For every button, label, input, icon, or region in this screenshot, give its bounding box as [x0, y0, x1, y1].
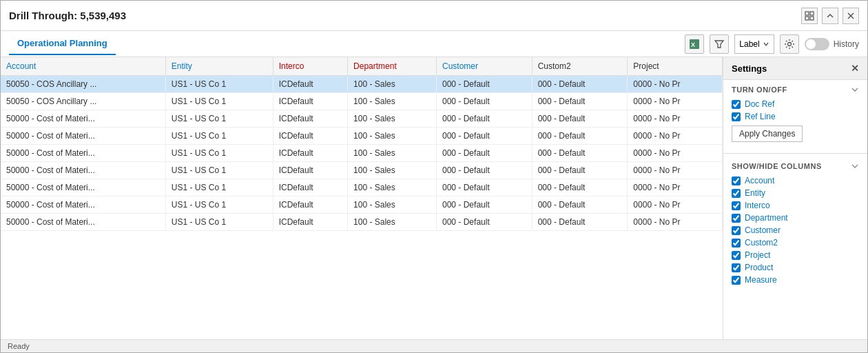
columns-checkboxes: AccountEntityIntercoDepartmentCustomerCu… [732, 174, 859, 286]
cell-department: 100 - Sales [348, 162, 437, 179]
show-hide-measure-label[interactable]: Measure [745, 275, 777, 285]
show-hide-department-checkbox[interactable] [732, 214, 741, 223]
svg-rect-0 [805, 12, 809, 15]
cell-department: 100 - Sales [348, 76, 437, 93]
settings-title: Settings [732, 63, 767, 74]
cell-department: 100 - Sales [348, 110, 437, 128]
grid-view-button[interactable] [801, 8, 818, 24]
cell-department: 100 - Sales [348, 128, 437, 145]
table-row[interactable]: 50000 - Cost of Materi...US1 - US Co 1IC… [1, 196, 723, 214]
show-hide-account-checkbox[interactable] [732, 176, 741, 185]
cell-entity: US1 - US Co 1 [165, 214, 273, 231]
show-hide-interco-label[interactable]: Interco [745, 201, 770, 210]
ref-line-checkbox[interactable] [732, 112, 741, 121]
show-hide-product-checkbox[interactable] [732, 263, 741, 272]
table-container[interactable]: Account Entity Interco Department Custom… [1, 57, 723, 339]
show-hide-custom2-checkbox[interactable] [732, 239, 741, 248]
table-row[interactable]: 50000 - Cost of Materi...US1 - US Co 1IC… [1, 110, 723, 128]
collapse-columns-icon[interactable] [851, 162, 859, 170]
show-hide-project-item: Project [732, 249, 859, 261]
show-hide-project-checkbox[interactable] [732, 251, 741, 260]
cell-account: 50000 - Cost of Materi... [1, 145, 165, 162]
svg-marker-8 [715, 41, 723, 48]
label-dropdown[interactable]: Label [734, 34, 774, 54]
excel-export-button[interactable]: X [685, 34, 704, 54]
show-hide-entity-item: Entity [732, 187, 859, 199]
col-header-account[interactable]: Account [1, 57, 165, 76]
apply-changes-button[interactable]: Apply Changes [732, 125, 803, 142]
show-hide-department-label[interactable]: Department [745, 213, 788, 223]
col-header-project[interactable]: Project [628, 57, 723, 76]
svg-rect-2 [805, 17, 809, 20]
table-row[interactable]: 50050 - COS Ancillary ...US1 - US Co 1IC… [1, 93, 723, 110]
table-row[interactable]: 50000 - Cost of Materi...US1 - US Co 1IC… [1, 128, 723, 145]
cell-interco: ICDefault [273, 128, 347, 145]
collapse-button[interactable] [822, 8, 838, 24]
svg-point-9 [787, 42, 791, 46]
cell-project: 0000 - No Pr [628, 145, 723, 162]
cell-department: 100 - Sales [348, 93, 437, 110]
show-hide-measure-item: Measure [732, 274, 859, 286]
show-hide-measure-checkbox[interactable] [732, 276, 741, 285]
cell-project: 0000 - No Pr [628, 110, 723, 128]
show-hide-product-label[interactable]: Product [745, 263, 773, 272]
show-hide-customer-item: Customer [732, 224, 859, 236]
table-row[interactable]: 50000 - Cost of Materi...US1 - US Co 1IC… [1, 162, 723, 179]
cell-custom2: 000 - Default [532, 196, 628, 214]
cell-customer: 000 - Default [437, 196, 533, 214]
show-hide-entity-label[interactable]: Entity [745, 188, 765, 198]
table-row[interactable]: 50050 - COS Ancillary ...US1 - US Co 1IC… [1, 76, 723, 93]
cell-customer: 000 - Default [437, 110, 533, 128]
table-row[interactable]: 50000 - Cost of Materi...US1 - US Co 1IC… [1, 214, 723, 231]
cell-entity: US1 - US Co 1 [165, 145, 273, 162]
cell-interco: ICDefault [273, 76, 347, 93]
cell-account: 50000 - Cost of Materi... [1, 214, 165, 231]
show-hide-project-label[interactable]: Project [745, 250, 770, 260]
main-content: Account Entity Interco Department Custom… [1, 57, 867, 339]
table-row[interactable]: 50000 - Cost of Materi...US1 - US Co 1IC… [1, 179, 723, 196]
col-header-custom2[interactable]: Custom2 [532, 57, 628, 76]
main-window: Drill Through: 5,539,493 [0, 0, 868, 353]
cell-project: 0000 - No Pr [628, 214, 723, 231]
cell-custom2: 000 - Default [532, 162, 628, 179]
cell-entity: US1 - US Co 1 [165, 93, 273, 110]
show-hide-interco-item: Interco [732, 199, 859, 212]
table-row[interactable]: 50000 - Cost of Materi...US1 - US Co 1IC… [1, 145, 723, 162]
col-header-entity[interactable]: Entity [165, 57, 273, 76]
table-body: 50050 - COS Ancillary ...US1 - US Co 1IC… [1, 76, 723, 231]
cell-project: 0000 - No Pr [628, 179, 723, 196]
doc-ref-label[interactable]: Doc Ref [745, 99, 774, 109]
settings-divider-1 [723, 153, 867, 154]
settings-close-button[interactable]: ✕ [851, 63, 859, 74]
history-label: History [834, 39, 859, 49]
show-hide-account-label[interactable]: Account [745, 176, 774, 185]
cell-project: 0000 - No Pr [628, 76, 723, 93]
doc-ref-checkbox[interactable] [732, 100, 741, 109]
up-icon [826, 12, 834, 20]
doc-ref-checkbox-item: Doc Ref [732, 98, 859, 110]
col-header-customer[interactable]: Customer [437, 57, 533, 76]
tab-operational-planning[interactable]: Operational Planning [9, 32, 116, 55]
data-table: Account Entity Interco Department Custom… [1, 57, 723, 231]
cell-project: 0000 - No Pr [628, 93, 723, 110]
history-toggle[interactable] [805, 38, 829, 50]
status-text: Ready [8, 342, 30, 350]
show-hide-customer-checkbox[interactable] [732, 226, 741, 235]
close-button[interactable] [843, 8, 859, 24]
ref-line-label[interactable]: Ref Line [745, 112, 776, 121]
cell-custom2: 000 - Default [532, 110, 628, 128]
collapse-section-icon[interactable] [851, 85, 859, 94]
col-header-interco[interactable]: Interco [273, 57, 347, 76]
filter-button[interactable] [710, 34, 729, 54]
show-hide-entity-checkbox[interactable] [732, 189, 741, 198]
cell-entity: US1 - US Co 1 [165, 110, 273, 128]
settings-button[interactable] [780, 34, 799, 54]
show-hide-interco-checkbox[interactable] [732, 201, 741, 210]
window-title: Drill Through: 5,539,493 [9, 10, 126, 21]
show-hide-custom2-label[interactable]: Custom2 [745, 238, 778, 248]
cell-entity: US1 - US Co 1 [165, 162, 273, 179]
col-header-department[interactable]: Department [348, 57, 437, 76]
cell-interco: ICDefault [273, 196, 347, 214]
show-hide-customer-label[interactable]: Customer [745, 225, 781, 235]
cell-custom2: 000 - Default [532, 128, 628, 145]
